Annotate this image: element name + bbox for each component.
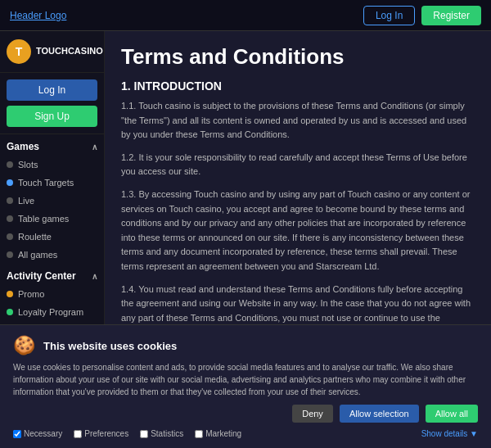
marketing-label: Marketing — [205, 429, 241, 438]
deny-button[interactable]: Deny — [292, 405, 333, 423]
para-1-1: 1.1. Touch casino is subject to the prov… — [121, 99, 475, 143]
all-games-dot-icon — [7, 251, 13, 258]
games-section-header[interactable]: Games ∧ — [0, 134, 104, 156]
games-section-label: Games — [7, 141, 39, 152]
top-nav: Header Logo Log In Register — [0, 0, 491, 31]
allow-all-button[interactable]: Allow all — [426, 405, 478, 423]
para-1-2: 1.2. It is your sole responsibility to r… — [121, 151, 475, 179]
top-nav-buttons: Log In Register — [363, 6, 481, 25]
brand-name: TOUCHCASINO — [36, 46, 103, 57]
para-1-3: 1.3. By accessing Touch casino and by us… — [121, 188, 475, 274]
all-games-label: All games — [18, 250, 57, 260]
touch-targets-dot-icon — [7, 179, 13, 186]
loyalty-label: Loyalty Program — [18, 307, 83, 317]
promo-label: Promo — [18, 289, 44, 299]
cookie-header: 🍪 This website uses cookies — [13, 335, 478, 356]
necessary-checkbox[interactable] — [13, 430, 21, 438]
activity-chevron-icon: ∧ — [92, 272, 97, 281]
table-games-dot-icon — [7, 215, 13, 222]
promo-dot-icon — [7, 291, 13, 297]
show-details-link[interactable]: Show details ▼ — [421, 429, 478, 438]
sidebar-item-all-games[interactable]: All games — [0, 246, 104, 264]
cookie-banner: 🍪 This website uses cookies We use cooki… — [0, 324, 491, 448]
sidebar-item-loyalty[interactable]: Loyalty Program — [0, 303, 104, 321]
cookie-option-preferences[interactable]: Preferences — [74, 429, 128, 438]
marketing-checkbox[interactable] — [195, 430, 203, 438]
activity-section-label: Activity Center — [7, 270, 76, 282]
table-games-label: Table games — [18, 214, 69, 224]
activity-section-header[interactable]: Activity Center ∧ — [0, 264, 104, 285]
slots-label: Slots — [18, 160, 38, 170]
sidebar-item-table-games[interactable]: Table games — [0, 210, 104, 228]
cookie-options: Necessary Preferences Statistics Marketi… — [13, 429, 478, 438]
sidebar-item-promo[interactable]: Promo — [0, 285, 104, 303]
top-login-button[interactable]: Log In — [363, 6, 415, 25]
slots-dot-icon — [7, 161, 13, 168]
roulette-label: Roulette — [18, 232, 52, 242]
brand-icon: T — [7, 39, 31, 64]
live-label: Live — [18, 196, 34, 206]
cookie-option-necessary[interactable]: Necessary — [13, 429, 62, 438]
necessary-label: Necessary — [24, 429, 62, 438]
statistics-label: Statistics — [151, 429, 183, 438]
section-1-heading: 1. INTRODUCTION — [121, 79, 475, 93]
top-register-button[interactable]: Register — [421, 6, 481, 25]
cookie-icon: 🍪 — [13, 335, 35, 356]
loyalty-dot-icon — [7, 309, 13, 315]
sidebar-auth: Log In Sign Up — [0, 73, 104, 134]
sidebar-signup-button[interactable]: Sign Up — [7, 106, 97, 127]
preferences-label: Preferences — [84, 429, 128, 438]
cookie-title: This website uses cookies — [43, 340, 177, 352]
page-title: Terms and Conditions — [121, 44, 475, 70]
sidebar-item-roulette[interactable]: Roulette — [0, 228, 104, 246]
sidebar-item-slots[interactable]: Slots — [0, 156, 104, 174]
allow-selection-button[interactable]: Allow selection — [340, 405, 419, 423]
games-chevron-icon: ∧ — [92, 143, 97, 152]
header-logo: Header Logo — [10, 10, 66, 21]
cookie-text: We use cookies to personalise content an… — [13, 361, 478, 398]
cookie-buttons: Deny Allow selection Allow all — [13, 405, 478, 423]
touch-targets-label: Touch Targets — [18, 178, 74, 188]
sidebar-brand: T TOUCHCASINO — [0, 31, 104, 73]
sidebar-login-button[interactable]: Log In — [7, 79, 97, 101]
sidebar-item-touch-targets[interactable]: Touch Targets — [0, 174, 104, 192]
sidebar-item-live[interactable]: Live — [0, 192, 104, 210]
roulette-dot-icon — [7, 233, 13, 240]
preferences-checkbox[interactable] — [74, 430, 82, 438]
statistics-checkbox[interactable] — [140, 430, 148, 438]
cookie-option-marketing[interactable]: Marketing — [195, 429, 241, 438]
live-dot-icon — [7, 197, 13, 204]
cookie-option-statistics[interactable]: Statistics — [140, 429, 183, 438]
